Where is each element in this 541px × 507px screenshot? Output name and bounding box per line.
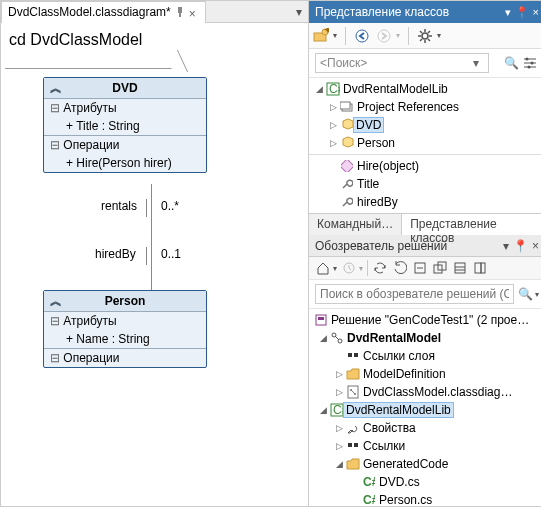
svg-rect-0 [178,7,182,13]
csharp-file[interactable]: C#DVD.cs [309,473,541,491]
generated-code-folder[interactable]: ◢GeneratedCode [309,455,541,473]
tab-class-view[interactable]: Представление классов [402,214,541,235]
model-definition-folder[interactable]: ▷ModelDefinition [309,365,541,383]
svg-rect-51 [354,443,358,447]
pin-icon[interactable]: 📍 [515,6,529,19]
document-tab[interactable]: DvdClassModel.classdiagram* × [1,1,206,23]
collapse-all-icon[interactable] [412,260,428,276]
show-all-icon[interactable] [432,260,448,276]
member-property[interactable]: Title [309,175,541,193]
association-line[interactable] [151,184,152,290]
method-icon [339,160,355,172]
class-view-tree[interactable]: ◢C#DvdRentalModelLib ▷Project References… [309,78,541,154]
solution-search-input[interactable] [315,284,514,304]
member-property[interactable]: hiredBy [309,193,541,211]
tree-class-person[interactable]: ▷Person [309,134,541,152]
uml-operations-header[interactable]: Операции [44,349,206,367]
solution-tree[interactable]: Решение "GenCodeTest1" (2 прое… ◢DvdRent… [309,309,541,506]
project-model[interactable]: ◢DvdRentalModel [309,329,541,347]
assoc-label-rentals[interactable]: rentals [101,199,137,213]
svg-line-13 [428,39,430,41]
class-view-header[interactable]: Представление классов ▾ 📍 × [309,1,541,23]
sync-icon[interactable] [372,260,388,276]
layer-references[interactable]: Ссылки слоя [309,347,541,365]
svg-point-7 [422,33,428,39]
collapse-chevrons-icon[interactable]: ︽ [50,293,58,310]
uml-attribute[interactable]: + Name : String [44,330,206,348]
forward-icon[interactable] [376,28,392,44]
tab-team[interactable]: Командный… [309,214,402,235]
svg-text:✦: ✦ [323,28,329,37]
uml-operation[interactable]: + Hire(Person hirer) [44,154,206,172]
document-tab-title: DvdClassModel.classdiagram* [8,5,171,19]
svg-line-41 [335,336,339,340]
properties-icon[interactable] [452,260,468,276]
refresh-icon[interactable] [392,260,408,276]
class-view-members[interactable]: Hire(object) Title hiredBy [309,154,541,213]
search-icon[interactable]: 🔍 [503,56,519,70]
csharp-file[interactable]: C#Person.cs [309,491,541,506]
svg-rect-43 [354,353,358,357]
refs-icon [345,440,361,452]
uml-class-dvd[interactable]: ︽ DVD Атрибуты + Title : String Операции… [43,77,207,173]
svg-rect-32 [455,263,465,273]
svg-text:C#: C# [363,494,375,506]
svg-point-5 [356,30,368,42]
uml-attribute[interactable]: + Title : String [44,117,206,135]
settings-icon[interactable] [417,28,433,44]
pin-icon[interactable] [175,7,185,17]
csharp-file-icon: C# [361,494,377,506]
tree-class-dvd[interactable]: ▷DVD [309,116,541,134]
preview-icon[interactable] [472,260,488,276]
csharp-project-icon: C# [325,82,341,96]
close-icon[interactable]: × [533,6,539,18]
uml-class-name: DVD [112,81,137,95]
uml-attributes-header[interactable]: Атрибуты [44,312,206,330]
project-properties[interactable]: ▷Свойства [309,419,541,437]
svg-rect-50 [348,443,352,447]
solution-explorer-toolbar: ▾ ▾ [309,257,541,280]
assoc-label-hiredby[interactable]: hiredBy [95,247,136,261]
solution-icon [313,313,329,327]
home-icon[interactable] [315,260,331,276]
dropdown-icon[interactable]: ▾ [505,6,511,19]
references-icon [339,100,355,114]
new-folder-icon[interactable]: ✦ [313,28,329,44]
folder-icon [345,368,361,380]
pin-icon[interactable]: 📍 [513,239,528,253]
tab-overflow-dropdown[interactable]: ▾ [290,5,308,19]
class-diagram-file[interactable]: ▷DvdClassModel.classdiag… [309,383,541,401]
back-icon[interactable] [354,28,370,44]
solution-root[interactable]: Решение "GenCodeTest1" (2 прое… [309,311,541,329]
property-icon [339,196,355,208]
project-references[interactable]: ▷Ссылки [309,437,541,455]
svg-line-14 [420,39,422,41]
modeling-project-icon [329,331,345,345]
svg-rect-35 [475,263,481,273]
member-method[interactable]: Hire(object) [309,157,541,175]
svg-point-21 [528,66,531,69]
svg-rect-42 [348,353,352,357]
search-icon[interactable]: 🔍 [518,287,533,301]
svg-point-6 [378,30,390,42]
close-icon[interactable]: × [189,7,199,17]
dropdown-icon[interactable]: ▾ [503,239,509,253]
uml-attributes-header[interactable]: Атрибуты [44,99,206,117]
assoc-mult-hiredby: 0..1 [161,247,181,261]
history-icon[interactable] [341,260,357,276]
uml-class-person[interactable]: ︽ Person Атрибуты + Name : String Операц… [43,290,207,368]
diagram-file-icon [345,385,361,399]
uml-operations-header[interactable]: Операции [44,136,206,154]
project-lib[interactable]: ◢C#DvdRentalModelLib [309,401,541,419]
tree-project[interactable]: ◢C#DvdRentalModelLib [309,80,541,98]
class-view-search-input[interactable] [315,53,489,73]
diagram-canvas[interactable]: ︽ DVD Атрибуты + Title : String Операции… [1,69,308,506]
svg-point-19 [526,58,529,61]
tree-project-references[interactable]: ▷Project References [309,98,541,116]
close-icon[interactable]: × [532,239,539,253]
svg-point-20 [531,62,534,65]
search-options-icon[interactable] [523,56,539,70]
layer-refs-icon [345,350,361,362]
class-view-toolbar: ✦ ▾ ▾ ▾ [309,23,541,49]
collapse-chevrons-icon[interactable]: ︽ [50,80,58,97]
